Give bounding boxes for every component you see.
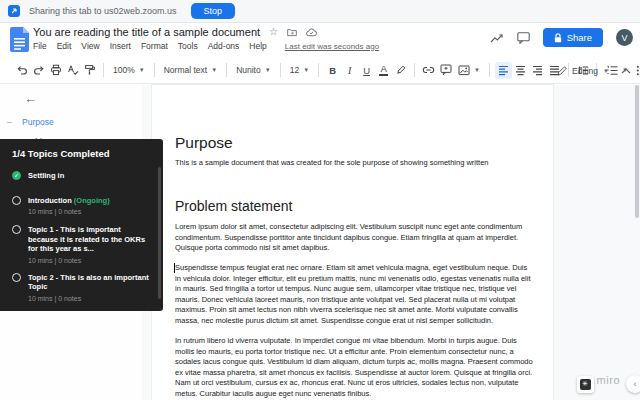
- empty-circle-icon: [12, 311, 21, 312]
- empty-circle-icon: [12, 225, 21, 234]
- docs-header: You are reading the title of a sample do…: [0, 23, 640, 57]
- menu-addons[interactable]: Add-ons: [208, 41, 240, 51]
- topic-item-introduction[interactable]: Introduction (Ongoing): [12, 196, 149, 206]
- chevron-down-icon: ▼: [265, 67, 271, 73]
- font-select[interactable]: Nunito▼: [232, 65, 275, 75]
- text-cursor: [174, 263, 175, 273]
- insert-link-icon[interactable]: [420, 62, 437, 79]
- cloud-status-icon[interactable]: [306, 28, 317, 37]
- topic-meta: 10 mins | 0 notes: [28, 257, 149, 264]
- menu-tools[interactable]: Tools: [178, 41, 198, 51]
- check-circle-icon: ✓: [12, 171, 21, 180]
- menu-insert[interactable]: Insert: [110, 41, 131, 51]
- bold-button[interactable]: B: [324, 62, 341, 79]
- chevron-down-icon: ▼: [211, 67, 217, 73]
- topics-panel-scrollbar[interactable]: [158, 167, 161, 299]
- editing-mode-select[interactable]: Editing ▼: [557, 66, 609, 76]
- doc-heading-problem-statement: Problem statement: [175, 198, 293, 214]
- chevron-down-icon: ▼: [603, 68, 609, 74]
- text-color-button[interactable]: A: [375, 62, 392, 79]
- topic-item-settling-in[interactable]: ✓ Settling in: [12, 171, 149, 181]
- chevron-down-icon: ▼: [474, 67, 480, 73]
- doc-paragraph: Suspendisse tempus feugiat erat nec orna…: [175, 263, 533, 327]
- formatting-toolbar: 100%▼ Normal text▼ Nunito▼ 12▼ B I U A ▼: [0, 57, 640, 84]
- comment-history-icon[interactable]: [517, 32, 530, 44]
- outline-item-purpose[interactable]: – Purpose: [0, 112, 142, 132]
- menu-format[interactable]: Format: [141, 41, 168, 51]
- sharing-banner-text: Sharing this tab to us02web.zoom.us: [29, 6, 177, 16]
- menu-help[interactable]: Help: [249, 41, 266, 51]
- miro-plugin-icon[interactable]: ✳: [577, 376, 594, 393]
- spellcheck-icon[interactable]: [64, 62, 81, 79]
- activity-icon[interactable]: [490, 32, 504, 44]
- miro-widget: ✳ miro ‹: [577, 375, 637, 393]
- move-folder-icon[interactable]: [287, 28, 297, 37]
- topic-meta: 10 mins | 0 notes: [28, 295, 149, 302]
- underline-button[interactable]: U: [358, 62, 375, 79]
- doc-heading-purpose: Purpose: [175, 134, 233, 152]
- doc-paragraph: In rutrum libero id viverra vulputate. I…: [175, 336, 533, 400]
- document-title[interactable]: You are reading the title of a sample do…: [33, 26, 260, 38]
- document-canvas: ← – Purpose Problem statement Purpose Th…: [0, 85, 640, 400]
- undo-icon[interactable]: [13, 62, 30, 79]
- tab-sharing-banner: Sharing this tab to us02web.zoom.us Stop: [0, 0, 640, 23]
- zoom-select[interactable]: 100%▼: [109, 65, 149, 75]
- redo-icon[interactable]: [30, 62, 47, 79]
- menu-edit[interactable]: Edit: [57, 41, 72, 51]
- add-comment-icon[interactable]: [437, 62, 454, 79]
- pencil-icon: [557, 66, 567, 76]
- lock-icon: [554, 33, 562, 43]
- chevron-down-icon: ▼: [303, 67, 309, 73]
- stop-sharing-button[interactable]: Stop: [191, 3, 236, 19]
- empty-circle-icon: [12, 273, 21, 282]
- google-docs-icon[interactable]: [10, 27, 29, 52]
- screen-share-icon: [8, 5, 20, 17]
- star-icon[interactable]: ☆: [269, 27, 278, 37]
- empty-circle-icon: [12, 196, 21, 205]
- miro-logo: miro: [597, 374, 620, 386]
- menu-bar: File Edit View Insert Format Tools Add-o…: [33, 41, 379, 51]
- align-center-button[interactable]: [512, 62, 529, 79]
- insert-image-button[interactable]: ▼: [454, 65, 484, 76]
- collapse-widget-button[interactable]: ‹: [626, 375, 640, 393]
- topics-panel-header: 1/4 Topics Completed: [12, 148, 149, 159]
- chevron-down-icon: ▼: [139, 67, 145, 73]
- bulleted-list-button[interactable]: ▼: [632, 65, 640, 76]
- topic-item-topic2[interactable]: Topic 2 - This is also an important Topi…: [12, 273, 149, 292]
- topic-item-ending-notes[interactable]: Ending notes: [12, 311, 149, 312]
- font-size-select[interactable]: 12▼: [286, 65, 313, 75]
- current-position-dash-icon: –: [7, 117, 12, 127]
- avatar[interactable]: V: [616, 29, 633, 46]
- doc-paragraph: This is a sample document that was creat…: [175, 158, 533, 169]
- menu-file[interactable]: File: [33, 41, 47, 51]
- last-edit-link[interactable]: Last edit was seconds ago: [285, 42, 379, 51]
- document-page[interactable]: Purpose This is a sample document that w…: [152, 85, 553, 400]
- paint-format-icon[interactable]: [81, 62, 98, 79]
- topics-panel: 1/4 Topics Completed ✓ Settling in Intro…: [0, 139, 163, 311]
- topic-item-topic1[interactable]: Topic 1 - This is important because it i…: [12, 225, 149, 254]
- paragraph-style-select[interactable]: Normal text▼: [160, 65, 221, 75]
- menu-view[interactable]: View: [81, 41, 99, 51]
- highlight-color-icon[interactable]: [392, 62, 409, 79]
- align-left-button[interactable]: [495, 62, 512, 79]
- italic-button[interactable]: I: [341, 62, 358, 79]
- share-button-label: Share: [567, 32, 592, 43]
- ongoing-badge: (Ongoing): [74, 196, 110, 205]
- close-outline-icon[interactable]: ←: [24, 91, 37, 106]
- document-scrollbar[interactable]: [635, 85, 639, 218]
- align-right-button[interactable]: [529, 62, 546, 79]
- doc-paragraph: Lorem ipsum dolor sit amet, consectetur …: [175, 222, 533, 254]
- share-button[interactable]: Share: [543, 28, 603, 47]
- print-icon[interactable]: [47, 62, 64, 79]
- topic-meta: 10 mins | 0 notes: [28, 208, 149, 215]
- collapse-toolbar-icon[interactable]: [621, 68, 631, 74]
